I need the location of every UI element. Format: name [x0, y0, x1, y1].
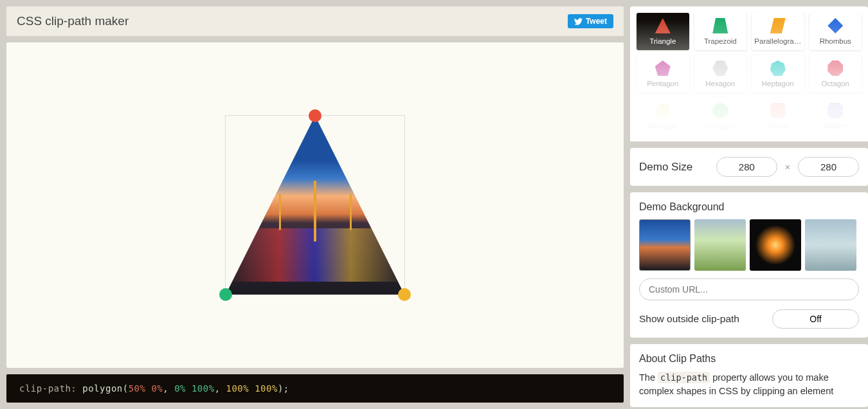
shape-label: Rabbet — [824, 122, 847, 130]
shape-octagon[interactable]: Octagon — [809, 55, 862, 93]
bevel-icon — [769, 102, 787, 120]
shape-hexagon[interactable]: Hexagon — [694, 55, 747, 93]
bg-thumb-sparkler[interactable] — [750, 219, 801, 271]
heptagon-icon — [769, 59, 787, 77]
pentagon-icon — [654, 59, 672, 77]
code-literal: clip-path — [658, 372, 710, 383]
demo-image — [226, 116, 404, 295]
size-separator: × — [785, 162, 790, 172]
rabbet-icon — [826, 102, 844, 120]
shape-rabbet[interactable]: Rabbet — [809, 98, 862, 135]
about-heading: About Clip Paths — [639, 353, 859, 365]
bg-thumb-ocean[interactable] — [805, 219, 856, 271]
shape-label: Decagon — [705, 122, 735, 130]
bg-thumb-landscape[interactable] — [694, 219, 746, 271]
shape-label: Bevel — [768, 122, 787, 130]
shape-decagon[interactable]: Decagon — [694, 98, 747, 135]
shape-pentagon[interactable]: Pentagon — [637, 55, 689, 93]
shape-label: Parallelogra… — [754, 37, 801, 45]
decagon-icon — [711, 102, 729, 120]
clip-handle-1[interactable] — [309, 109, 321, 122]
demo-size-label: Demo Size — [639, 161, 709, 174]
demo-box[interactable] — [225, 115, 405, 295]
hexagon-icon — [711, 59, 729, 77]
shape-label: Rhombus — [820, 37, 851, 45]
rhombus-icon — [826, 17, 844, 35]
triangle-icon — [654, 17, 672, 35]
octagon-icon — [826, 59, 844, 77]
about-panel: About Clip Paths The clip-path property … — [630, 344, 868, 407]
trapezoid-icon — [711, 17, 729, 35]
demo-background-panel: Demo Background Show outside clip-path O… — [630, 192, 868, 338]
shape-label: Octagon — [822, 80, 849, 87]
demo-stage — [6, 42, 624, 368]
shape-rhombus[interactable]: Rhombus — [809, 13, 862, 50]
shapes-panel: TriangleTrapezoidParallelogra…RhombusPen… — [630, 6, 868, 141]
shape-label: Nonagon — [647, 122, 678, 130]
demo-width-input[interactable] — [716, 157, 777, 177]
shape-label: Pentagon — [647, 80, 678, 87]
shape-label: Triangle — [649, 37, 676, 45]
shape-parallelogra[interactable]: Parallelogra… — [752, 13, 804, 50]
tweet-button[interactable]: Tweet — [568, 14, 613, 28]
custom-url-input[interactable] — [639, 278, 859, 300]
nonagon-icon — [654, 102, 672, 120]
shape-label: Trapezoid — [704, 37, 737, 45]
demo-height-input[interactable] — [798, 157, 859, 177]
app-title: CSS clip-path maker — [17, 14, 129, 28]
parallelogra-icon — [769, 17, 787, 35]
shape-nonagon[interactable]: Nonagon — [637, 98, 689, 135]
twitter-icon — [574, 18, 583, 25]
about-text: The clip-path property allows you to mak… — [639, 371, 859, 398]
shape-triangle[interactable]: Triangle — [637, 13, 689, 50]
shape-bevel[interactable]: Bevel — [752, 98, 804, 135]
shape-heptagon[interactable]: Heptagon — [752, 55, 804, 93]
shape-trapezoid[interactable]: Trapezoid — [694, 13, 747, 50]
shape-label: Heptagon — [762, 80, 794, 87]
demo-size-panel: Demo Size × — [630, 148, 868, 186]
clip-handle-3[interactable] — [398, 288, 411, 301]
show-outside-label: Show outside clip-path — [639, 313, 739, 325]
code-output[interactable]: clip-path: polygon(50% 0%, 0% 100%, 100%… — [6, 374, 624, 403]
app-header: CSS clip-path maker Tweet — [6, 6, 624, 36]
show-outside-toggle[interactable]: Off — [772, 309, 859, 329]
demo-background-label: Demo Background — [639, 201, 859, 213]
shape-label: Hexagon — [705, 80, 735, 87]
clip-handle-2[interactable] — [219, 288, 232, 301]
bg-thumb-bridge[interactable] — [639, 219, 691, 271]
